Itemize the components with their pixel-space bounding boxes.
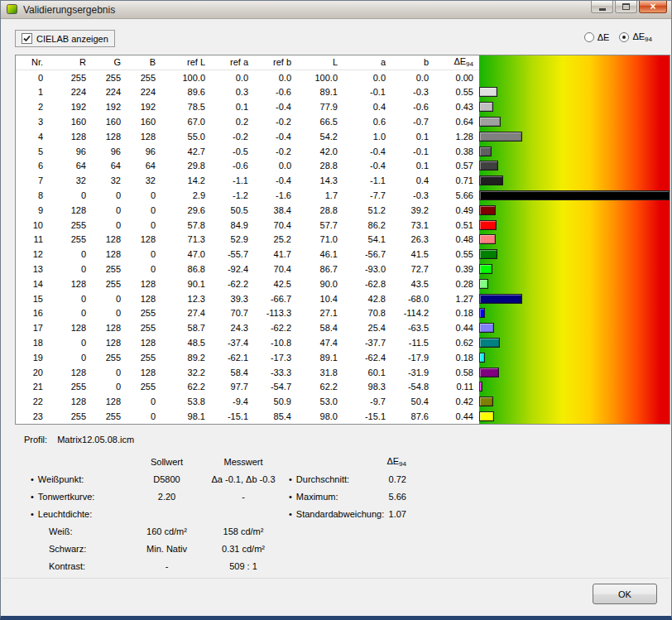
bar-slot bbox=[479, 335, 670, 350]
table-cell: -0.6 bbox=[211, 161, 254, 171]
table-cell: 0 bbox=[49, 249, 92, 259]
table-cell: 0.62 bbox=[434, 338, 479, 348]
table-cell: 32 bbox=[127, 175, 161, 185]
profile-value: Matrix12.05.08.icm bbox=[57, 435, 134, 445]
table-cell: -33.3 bbox=[254, 368, 297, 377]
close-button[interactable]: × bbox=[639, 1, 667, 13]
table-cell: 0.42 bbox=[434, 397, 479, 406]
table-row[interactable]: 22128128053.8-9.450.953.0-9.750.40.42 bbox=[16, 394, 479, 409]
table-cell: 128 bbox=[127, 368, 161, 377]
profile-label: Profil: bbox=[24, 435, 47, 445]
table-cell: 0 bbox=[92, 190, 127, 200]
table-cell: -11.5 bbox=[391, 338, 434, 348]
table-cell: 255 bbox=[127, 353, 161, 363]
table-cell: 64 bbox=[49, 161, 92, 171]
table-cell: -1.1 bbox=[211, 175, 254, 185]
table-cell: 0.4 bbox=[343, 102, 391, 112]
table-cell: 255 bbox=[49, 220, 92, 230]
stat-sollwert: 2.20 bbox=[132, 492, 202, 502]
table-row[interactable]: 596969642.7-0.5-0.242.0-0.4-0.10.38 bbox=[16, 144, 479, 159]
minimize-button[interactable] bbox=[591, 1, 613, 13]
table-cell: 16 bbox=[16, 308, 49, 318]
table-cell: 128 bbox=[127, 338, 161, 348]
table-cell: 10 bbox=[16, 220, 49, 230]
table-cell: -37.4 bbox=[211, 338, 254, 348]
summary-value: 1.07 bbox=[380, 509, 406, 519]
maximize-icon bbox=[622, 3, 630, 10]
table-row[interactable]: 316016016067.00.2-0.266.50.6-0.70.64 bbox=[16, 114, 479, 129]
table-cell: 100.0 bbox=[297, 73, 343, 83]
table-cell: 0.48 bbox=[434, 234, 479, 244]
table-cell: 60.1 bbox=[343, 368, 391, 377]
radio-checked-icon[interactable] bbox=[619, 32, 629, 42]
table-cell: 71.0 bbox=[297, 234, 343, 244]
table-row[interactable]: 102550057.884.970.457.786.273.10.51 bbox=[16, 218, 479, 233]
table-row[interactable]: 20128012832.258.4-33.331.860.1-31.90.58 bbox=[16, 365, 479, 380]
stat-label: Kontrast: bbox=[24, 561, 132, 571]
stat-label: Weißpunkt: bbox=[24, 474, 132, 484]
delta-e-bar bbox=[479, 102, 493, 112]
table-cell: 10.4 bbox=[297, 294, 343, 304]
table-cell: 12.3 bbox=[161, 294, 211, 304]
table-row[interactable]: 0255255255100.00.00.0100.00.00.00.00 bbox=[16, 70, 479, 85]
table-row[interactable]: 1412825512890.1-62.242.590.0-62.843.50.2… bbox=[16, 276, 479, 291]
table-row[interactable]: 80002.9-1.2-1.61.7-7.7-0.35.66 bbox=[16, 188, 479, 203]
table-row[interactable]: 21255025562.297.7-54.762.298.3-54.80.11 bbox=[16, 380, 479, 395]
checkbox-checked-icon[interactable] bbox=[22, 33, 32, 44]
table-cell: 89.6 bbox=[161, 87, 211, 97]
table-cell: 128 bbox=[49, 205, 92, 215]
bar-slot bbox=[479, 159, 670, 174]
table-cell: 41.5 bbox=[391, 249, 434, 259]
ok-button[interactable]: OK bbox=[593, 584, 657, 604]
table-row[interactable]: 19025525589.2-62.1-17.389.1-62.4-17.90.1… bbox=[16, 350, 479, 365]
table-row[interactable]: 219219219278.50.1-0.477.90.4-0.60.43 bbox=[16, 99, 479, 114]
table-cell: 255 bbox=[92, 411, 127, 421]
table-cell: 7 bbox=[16, 175, 49, 185]
table-cell: -1.6 bbox=[254, 190, 297, 200]
table-row[interactable]: 122422422489.60.3-0.689.1-0.1-0.30.55 bbox=[16, 85, 479, 100]
table-cell: 1 bbox=[16, 87, 49, 97]
table-cell: 160 bbox=[127, 117, 161, 127]
titlebar[interactable]: Validierungsergebnis × bbox=[1, 1, 671, 19]
table-row[interactable]: 1712812825558.724.3-62.258.425.4-63.50.4… bbox=[16, 320, 479, 335]
radio-unchecked-icon[interactable] bbox=[584, 32, 594, 42]
table-cell: -0.4 bbox=[254, 102, 297, 112]
bar-slot bbox=[479, 320, 670, 335]
table-row[interactable]: 1125512812871.352.925.271.054.126.30.48 bbox=[16, 233, 479, 248]
table-cell: 58.7 bbox=[161, 323, 211, 333]
radio-delta-e[interactable]: ΔE bbox=[584, 32, 610, 42]
table-cell: 23 bbox=[16, 411, 49, 421]
table-cell: 31.8 bbox=[297, 368, 343, 377]
bar-slot bbox=[479, 99, 670, 114]
table-cell: 53.8 bbox=[161, 397, 211, 406]
bar-slot bbox=[479, 173, 670, 188]
table-row[interactable]: 664646429.8-0.60.028.8-0.40.10.57 bbox=[16, 159, 479, 174]
table-cell: 0.39 bbox=[434, 264, 479, 274]
table-row[interactable]: 130255086.8-92.470.486.7-93.072.70.39 bbox=[16, 262, 479, 276]
table-cell: -114.2 bbox=[391, 308, 434, 318]
table-row[interactable]: 120128047.0-55.741.746.1-56.741.50.55 bbox=[16, 247, 479, 262]
table-row[interactable]: 160025527.470.7-113.327.170.8-114.20.18 bbox=[16, 306, 479, 321]
table-cell: 38.4 bbox=[254, 205, 297, 215]
cielab-checkbox-group[interactable]: CIELAB anzeigen bbox=[15, 30, 115, 47]
stat-messwert: 509 : 1 bbox=[202, 561, 285, 571]
table-cell: -54.8 bbox=[391, 382, 434, 392]
table-cell: 58.4 bbox=[297, 323, 343, 333]
table-cell: 89.1 bbox=[297, 87, 343, 97]
table-row[interactable]: 23255255098.1-15.185.498.0-15.187.60.44 bbox=[16, 409, 479, 424]
table-row[interactable]: 18012812848.5-37.4-10.847.4-37.7-11.50.6… bbox=[16, 335, 479, 350]
radio-delta-e94[interactable]: ΔE94 bbox=[619, 31, 652, 43]
table-cell: -0.2 bbox=[254, 117, 297, 127]
table-cell: 224 bbox=[49, 87, 92, 97]
maximize-button[interactable] bbox=[615, 1, 637, 13]
table-row[interactable]: 150012812.339.3-66.710.442.8-68.01.27 bbox=[16, 291, 479, 306]
table-row[interactable]: 732323214.2-1.1-0.414.3-1.10.40.71 bbox=[16, 173, 479, 188]
table-cell: 86.8 bbox=[161, 264, 211, 274]
table-row[interactable]: 91280029.650.538.428.851.239.20.49 bbox=[16, 203, 479, 218]
table-row[interactable]: 412812812855.0-0.2-0.454.21.00.11.28 bbox=[16, 129, 479, 144]
table-cell: 0 bbox=[127, 397, 161, 406]
table-cell: 32 bbox=[49, 175, 92, 185]
table-cell: 0 bbox=[92, 308, 127, 318]
table-cell: 1.0 bbox=[343, 132, 391, 142]
table-cell: -62.8 bbox=[343, 279, 391, 289]
